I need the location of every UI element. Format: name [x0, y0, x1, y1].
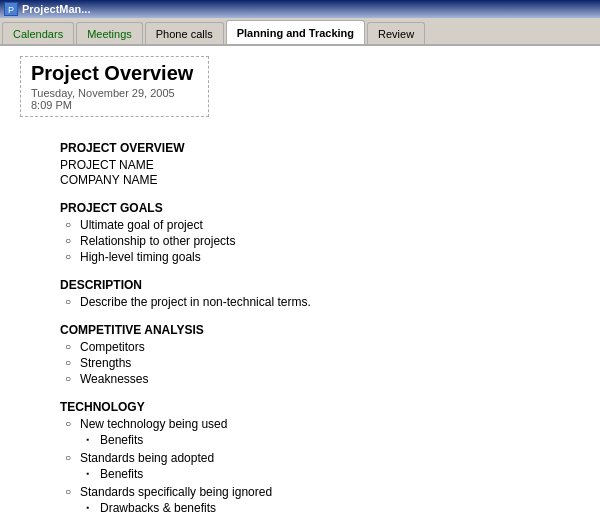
square-bullet-icon: ▪	[80, 469, 96, 478]
list-item: ▪ Benefits	[80, 433, 143, 447]
description-1: Describe the project in non-technical te…	[80, 295, 311, 309]
bullet-icon: ○	[60, 251, 76, 262]
title-bar-text: ProjectMan...	[22, 3, 90, 15]
tab-bar: Calendars Meetings Phone calls Planning …	[0, 18, 600, 46]
tech-2-sub-1: Benefits	[100, 467, 143, 481]
main-content: Project Overview Tuesday, November 29, 2…	[0, 46, 600, 530]
list-item: ○ High-level timing goals	[60, 250, 580, 264]
goal-1: Ultimate goal of project	[80, 218, 203, 232]
section-heading-competitive: COMPETITIVE ANALYSIS	[60, 323, 580, 337]
document-date: Tuesday, November 29, 2005	[31, 87, 193, 99]
square-bullet-icon: ▪	[80, 503, 96, 512]
tech-1-sub-1: Benefits	[100, 433, 143, 447]
tech-3-sublist: ▪ Drawbacks & benefits	[80, 499, 216, 517]
competitor-1: Competitors	[80, 340, 145, 354]
description-list: ○ Describe the project in non-technical …	[60, 295, 580, 309]
title-bar: P ProjectMan...	[0, 0, 600, 18]
list-item: ▪ Benefits	[80, 467, 143, 481]
square-bullet-icon: ▪	[80, 435, 96, 444]
bullet-icon: ○	[60, 418, 76, 429]
list-item: ○ Describe the project in non-technical …	[60, 295, 580, 309]
list-item: ○ Weaknesses	[60, 372, 580, 386]
tab-planning-label: Planning and Tracking	[237, 27, 354, 39]
competitor-3: Weaknesses	[80, 372, 148, 386]
goal-3: High-level timing goals	[80, 250, 201, 264]
tab-calendars-label: Calendars	[13, 28, 63, 40]
tab-planning[interactable]: Planning and Tracking	[226, 20, 365, 44]
project-name-label: PROJECT NAME	[60, 158, 580, 172]
project-title-box: Project Overview Tuesday, November 29, 2…	[20, 56, 209, 117]
app-icon: P	[4, 2, 18, 16]
list-item: ○ Competitors	[60, 340, 580, 354]
bullet-icon: ○	[60, 373, 76, 384]
tab-review[interactable]: Review	[367, 22, 425, 44]
list-item: ○ Standards specifically being ignored ▪…	[60, 485, 580, 517]
list-item: ○ Standards being adopted ▪ Benefits	[60, 451, 580, 483]
list-item: ○ Ultimate goal of project	[60, 218, 580, 232]
list-item: ▪ Drawbacks & benefits	[80, 501, 216, 515]
document-body: PROJECT OVERVIEW PROJECT NAME COMPANY NA…	[20, 141, 580, 530]
bullet-icon: ○	[60, 357, 76, 368]
tech-3: Standards specifically being ignored	[80, 485, 272, 499]
tech-1: New technology being used	[80, 417, 227, 431]
bullet-icon: ○	[60, 341, 76, 352]
goal-2: Relationship to other projects	[80, 234, 235, 248]
tab-phone-calls-label: Phone calls	[156, 28, 213, 40]
section-heading-goals: PROJECT GOALS	[60, 201, 580, 215]
bullet-icon: ○	[60, 486, 76, 497]
list-item: ○ New technology being used ▪ Benefits	[60, 417, 580, 449]
tech-1-sublist: ▪ Benefits	[80, 431, 143, 449]
competitor-2: Strengths	[80, 356, 131, 370]
bullet-icon: ○	[60, 296, 76, 307]
bullet-icon: ○	[60, 219, 76, 230]
document-title: Project Overview	[31, 62, 193, 85]
bullet-icon: ○	[60, 235, 76, 246]
tab-review-label: Review	[378, 28, 414, 40]
list-item: ○ Strengths	[60, 356, 580, 370]
tab-phone-calls[interactable]: Phone calls	[145, 22, 224, 44]
section-heading-overview: PROJECT OVERVIEW	[60, 141, 580, 155]
list-item: ○ Relationship to other projects	[60, 234, 580, 248]
company-name-label: COMPANY NAME	[60, 173, 580, 187]
section-heading-description: DESCRIPTION	[60, 278, 580, 292]
tech-2-sublist: ▪ Benefits	[80, 465, 143, 483]
tab-meetings[interactable]: Meetings	[76, 22, 143, 44]
competitive-list: ○ Competitors ○ Strengths ○ Weaknesses	[60, 340, 580, 386]
document-time: 8:09 PM	[31, 99, 193, 111]
section-heading-technology: TECHNOLOGY	[60, 400, 580, 414]
goals-list: ○ Ultimate goal of project ○ Relationshi…	[60, 218, 580, 264]
bullet-icon: ○	[60, 452, 76, 463]
tab-calendars[interactable]: Calendars	[2, 22, 74, 44]
tech-2: Standards being adopted	[80, 451, 214, 465]
tech-3-sub-1: Drawbacks & benefits	[100, 501, 216, 515]
tab-meetings-label: Meetings	[87, 28, 132, 40]
technology-list: ○ New technology being used ▪ Benefits ○…	[60, 417, 580, 517]
